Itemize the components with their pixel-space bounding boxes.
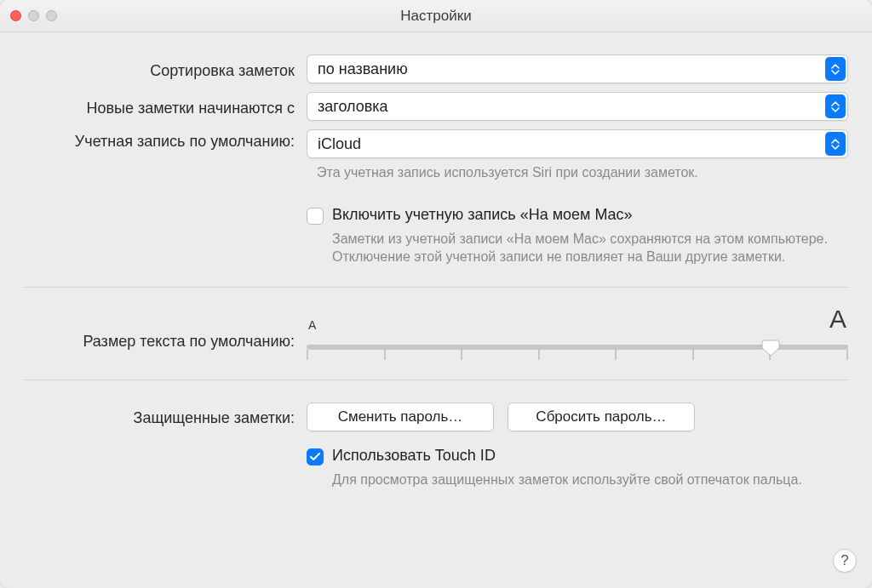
row-text-size: Размер текста по умолчанию: A A	[24, 306, 848, 359]
reset-password-label: Сбросить пароль…	[536, 408, 666, 425]
text-size-label: Размер текста по умолчанию:	[24, 314, 295, 351]
default-account-label: Учетная запись по умолчанию:	[24, 129, 295, 151]
letter-small-icon: A	[308, 318, 316, 332]
touch-id-label: Использовать Touch ID	[332, 447, 496, 465]
letter-large-icon: A	[829, 306, 846, 332]
text-size-slider[interactable]	[307, 335, 848, 359]
slider-scale-labels: A A	[307, 306, 848, 332]
default-account-select-value: iCloud	[318, 135, 361, 153]
row-on-my-mac: Включить учетную запись «На моем Mac» За…	[24, 204, 848, 266]
minimize-button[interactable]	[28, 10, 39, 21]
new-notes-select-value: заголовка	[318, 98, 388, 116]
separator	[24, 287, 848, 288]
traffic-lights	[10, 10, 57, 21]
on-my-mac-checkbox-row: Включить учетную запись «На моем Mac»	[307, 204, 848, 225]
sort-select-value: по названию	[318, 60, 408, 78]
content: Сортировка заметок по названию Новые зам…	[0, 32, 872, 588]
question-mark-icon: ?	[840, 552, 848, 569]
chevron-up-down-icon	[825, 57, 846, 81]
on-my-mac-label: Включить учетную запись «На моем Mac»	[332, 206, 632, 224]
touch-id-checkbox[interactable]	[307, 448, 324, 465]
touch-id-checkbox-row: Использовать Touch ID	[307, 445, 848, 465]
zoom-button[interactable]	[46, 10, 57, 21]
row-sort: Сортировка заметок по названию	[24, 54, 848, 83]
default-account-select[interactable]: iCloud	[307, 129, 848, 158]
change-password-label: Сменить пароль…	[338, 408, 463, 425]
row-new-notes: Новые заметки начинаются с заголовка	[24, 92, 848, 121]
new-notes-select[interactable]: заголовка	[307, 92, 848, 121]
preferences-window: Настройки Сортировка заметок по названию…	[0, 0, 872, 588]
titlebar: Настройки	[0, 0, 872, 32]
change-password-button[interactable]: Сменить пароль…	[307, 402, 494, 431]
sort-select[interactable]: по названию	[307, 54, 848, 83]
separator	[24, 380, 848, 380]
close-button[interactable]	[10, 10, 21, 21]
row-touch-id: Использовать Touch ID Для просмотра защи…	[24, 445, 848, 489]
chevron-up-down-icon	[825, 94, 846, 118]
reset-password-button[interactable]: Сбросить пароль…	[508, 402, 695, 431]
on-my-mac-help: Заметки из учетной записи «На моем Mac» …	[307, 230, 848, 266]
window-title: Настройки	[400, 8, 471, 25]
row-locked-notes: Защищенные заметки: Сменить пароль… Сбро…	[24, 402, 848, 431]
help-button[interactable]: ?	[833, 549, 857, 573]
touch-id-help: Для просмотра защищенных заметок использ…	[307, 471, 848, 489]
chevron-up-down-icon	[825, 132, 846, 156]
sort-label: Сортировка заметок	[24, 59, 295, 80]
locked-notes-label: Защищенные заметки:	[24, 406, 295, 427]
row-default-account: Учетная запись по умолчанию: iCloud Эта …	[24, 129, 848, 182]
new-notes-label: Новые заметки начинаются с	[24, 96, 295, 117]
on-my-mac-checkbox[interactable]	[307, 208, 324, 225]
default-account-help: Эта учетная запись используется Siri при…	[307, 163, 848, 182]
slider-thumb[interactable]	[761, 338, 780, 357]
